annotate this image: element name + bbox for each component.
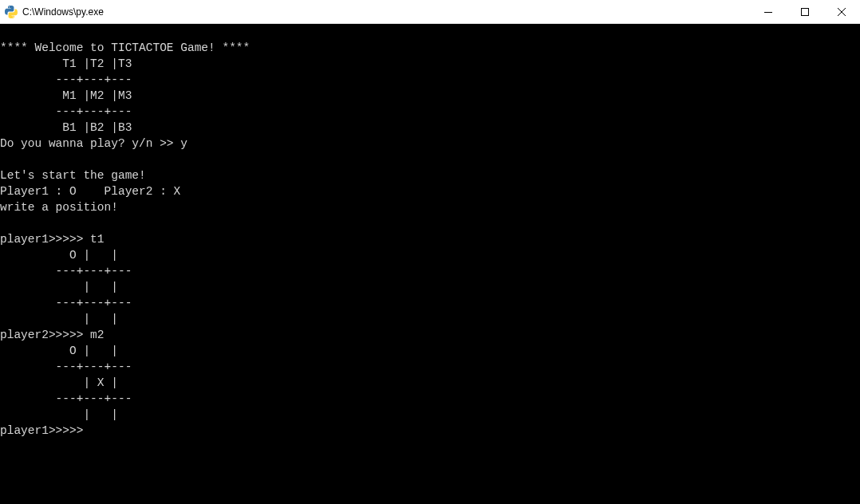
terminal-line: Let's start the game! (0, 169, 146, 182)
terminal-line: | | (0, 281, 118, 293)
terminal-line: | | (0, 313, 118, 325)
minimize-button[interactable] (750, 0, 787, 23)
terminal-line: ---+---+--- (0, 392, 132, 405)
terminal-line: | | (0, 408, 118, 421)
terminal-line: B1 |B2 |B3 (0, 121, 132, 134)
terminal-line: T1 |T2 |T3 (0, 57, 132, 70)
python-icon (5, 6, 18, 18)
terminal-line: ---+---+--- (0, 73, 132, 86)
terminal-line: **** Welcome to TICTACTOE Game! **** (0, 41, 250, 54)
terminal-line: player1>>>>> t1 (0, 233, 105, 246)
window-title: C:\Windows\py.exe (22, 6, 750, 18)
terminal-line: | X | (0, 376, 118, 389)
close-button[interactable] (823, 0, 860, 23)
terminal-line: O | | (0, 249, 118, 262)
titlebar: C:\Windows\py.exe (0, 0, 860, 24)
terminal-line: ---+---+--- (0, 297, 132, 309)
maximize-button[interactable] (787, 0, 823, 23)
svg-rect-0 (802, 8, 809, 15)
terminal-line: ---+---+--- (0, 105, 132, 118)
terminal-line: ---+---+--- (0, 360, 132, 373)
terminal-line: player1>>>>> (0, 424, 83, 437)
window-controls (750, 0, 860, 23)
terminal-line: Player1 : O Player2 : X (0, 185, 180, 198)
terminal-line: O | | (0, 345, 118, 357)
terminal-output[interactable]: **** Welcome to TICTACTOE Game! **** T1 … (0, 24, 860, 504)
terminal-line: ---+---+--- (0, 265, 132, 278)
terminal-line: player2>>>>> m2 (0, 329, 105, 341)
terminal-line: write a position! (0, 201, 118, 214)
terminal-line: M1 |M2 |M3 (0, 89, 132, 102)
terminal-line: Do you wanna play? y/n >> y (0, 137, 187, 150)
